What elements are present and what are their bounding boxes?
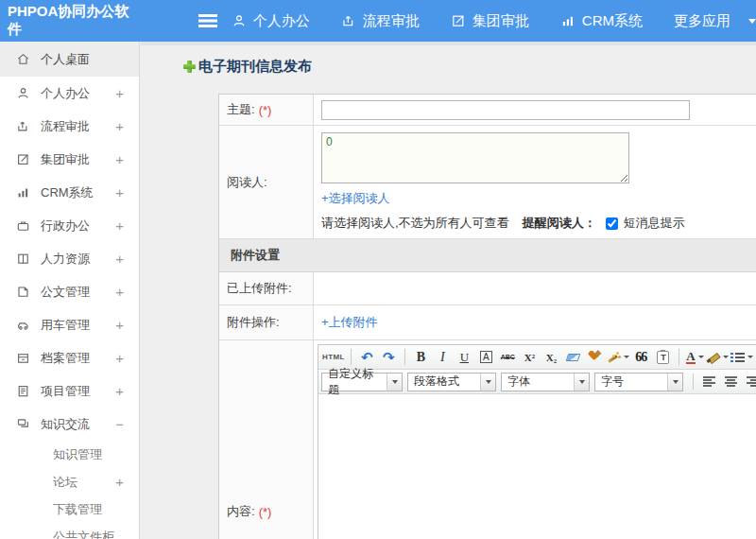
sms-remind-label: 短消息提示	[624, 215, 685, 232]
required-mark: (*)	[259, 505, 272, 519]
green-plus-icon	[183, 61, 196, 73]
custom-title-select[interactable]: 自定义标题	[321, 373, 403, 391]
select-caret-icon	[667, 374, 682, 391]
sidebar-item-1[interactable]: 个人桌面	[0, 42, 139, 77]
nav-item-4[interactable]: CRM系统	[560, 12, 643, 30]
align-center-button[interactable]	[721, 372, 741, 392]
attachment-action-label: 附件操作:	[219, 305, 314, 339]
italic-button[interactable]: I	[433, 347, 453, 368]
sidebar-item-2[interactable]: 个人办公+	[0, 77, 139, 110]
sidebar-item-9[interactable]: 用车管理+	[0, 308, 139, 341]
remind-readers-label: 提醒阅读人：	[523, 215, 596, 232]
upload-attachment-link[interactable]: +上传附件	[321, 314, 378, 331]
expand-plus-icon[interactable]: +	[115, 118, 124, 134]
archive-icon	[16, 351, 31, 366]
top-navigation: 个人办公流程审批集团审批CRM系统更多应用	[232, 12, 756, 30]
select-readers-link[interactable]: +选择阅读人	[321, 190, 390, 207]
expand-plus-icon[interactable]: +	[115, 217, 124, 234]
sidebar-item-8[interactable]: 公文管理+	[0, 275, 139, 308]
readers-hint-line: 请选择阅读人,不选为所有人可查看 提醒阅读人： 短消息提示	[321, 215, 685, 232]
underline-button[interactable]: U	[455, 347, 474, 368]
chart-icon	[560, 13, 576, 28]
brush-icon	[588, 350, 602, 364]
sidebar-item-14[interactable]: 论坛+	[0, 468, 139, 496]
select-caret-icon	[574, 374, 589, 391]
sidebar-item-12[interactable]: 知识交流−	[0, 408, 139, 441]
expand-plus-icon[interactable]: +	[115, 284, 124, 300]
sidebar-item-5[interactable]: CRM系统+	[0, 176, 139, 209]
project-icon	[16, 384, 31, 399]
rich-text-editor: HTML↶↷BIUAABCX²X₂66A 自定义标题段落格式字体字号∞∞	[318, 344, 756, 539]
editor-content-area[interactable]	[318, 394, 756, 539]
chat-icon	[16, 417, 31, 432]
sidebar-item-4[interactable]: 集团审批+	[0, 143, 139, 176]
highlight-icon	[707, 351, 720, 363]
font-family-select[interactable]: 字体	[501, 373, 590, 391]
autotypeset-button[interactable]	[607, 347, 629, 368]
font-style-button[interactable]: A	[476, 347, 496, 368]
expand-plus-icon[interactable]: +	[115, 474, 124, 490]
bold-button[interactable]: B	[411, 347, 431, 368]
expand-plus-icon[interactable]: +	[115, 151, 124, 167]
sidebar-item-10[interactable]: 档案管理+	[0, 341, 139, 374]
subject-input[interactable]	[321, 100, 690, 120]
align-right-button[interactable]	[743, 372, 756, 392]
font-size-select[interactable]: 字号	[594, 373, 683, 391]
format-painter-button[interactable]	[585, 347, 605, 368]
readers-textarea[interactable]: 0	[321, 132, 629, 183]
expand-plus-icon[interactable]: +	[115, 184, 124, 200]
expand-plus-icon[interactable]: +	[115, 251, 124, 267]
collapse-minus-icon[interactable]: −	[115, 416, 124, 432]
select-caret-icon	[480, 374, 495, 391]
required-mark: (*)	[259, 103, 272, 117]
sidebar-item-16[interactable]: 公共文件柜	[0, 523, 139, 539]
dropdown-caret-icon	[723, 356, 729, 358]
nav-item-2[interactable]: 流程审批	[341, 12, 420, 30]
dropdown-caret-icon	[698, 356, 704, 358]
editor-toolbar-row1: HTML↶↷BIUAABCX²X₂66A	[318, 345, 756, 370]
toolbar-separator	[351, 349, 352, 365]
nav-item-5[interactable]: 更多应用	[674, 12, 730, 30]
strikethrough-button[interactable]: ABC	[498, 347, 518, 368]
paste-plain-button[interactable]	[653, 347, 673, 368]
menu-toggle-button[interactable]	[198, 14, 199, 27]
car-icon	[16, 318, 31, 333]
subscript-button[interactable]: X₂	[541, 347, 561, 368]
paragraph-select[interactable]: 段落格式	[407, 373, 496, 391]
expand-plus-icon[interactable]: +	[115, 350, 124, 366]
edit-icon	[16, 152, 31, 167]
readers-label: 阅读人:	[219, 126, 314, 238]
nav-item-3[interactable]: 集团审批	[451, 12, 529, 30]
blockquote-button[interactable]: 66	[631, 347, 651, 368]
editor-toolbar-row2: 自定义标题段落格式字体字号∞∞	[318, 370, 756, 394]
select-caret-icon	[387, 374, 402, 391]
sms-remind-checkbox[interactable]	[606, 217, 618, 230]
more-apps-caret-icon[interactable]	[748, 19, 756, 24]
font-color-button[interactable]: A	[685, 347, 705, 368]
sidebar-item-3[interactable]: 流程审批+	[0, 110, 139, 143]
html-source-button[interactable]: HTML	[322, 347, 345, 368]
eraser-button[interactable]	[563, 347, 583, 368]
undo-button[interactable]: ↶	[357, 347, 377, 368]
readers-hint-text: 请选择阅读人,不选为所有人可查看	[321, 215, 509, 232]
align-left-button[interactable]	[699, 372, 719, 392]
nav-item-1[interactable]: 个人办公	[232, 12, 310, 30]
sidebar-item-15[interactable]: 下载管理	[0, 496, 139, 523]
align-center-icon	[725, 376, 737, 387]
redo-button[interactable]: ↷	[379, 347, 399, 368]
eraser-icon	[566, 354, 581, 361]
highlight-color-button[interactable]	[707, 347, 729, 368]
ordered-list-button[interactable]	[730, 347, 753, 368]
sidebar-item-7[interactable]: 人力资源+	[0, 242, 139, 275]
expand-plus-icon[interactable]: +	[115, 317, 124, 333]
sidebar-item-13[interactable]: 知识管理	[0, 441, 139, 468]
superscript-button[interactable]: X²	[520, 347, 540, 368]
expand-plus-icon[interactable]: +	[115, 383, 124, 399]
expand-plus-icon[interactable]: +	[115, 85, 124, 101]
subject-row: 主题: (*)	[219, 95, 756, 126]
ol-icon	[730, 353, 745, 362]
sidebar-item-11[interactable]: 项目管理+	[0, 374, 139, 408]
doc-icon	[16, 285, 31, 300]
content-row: 内容: (*) HTML↶↷BIUAABCX²X₂66A 自定义标题段落格式字体…	[219, 340, 756, 539]
sidebar-item-6[interactable]: 行政办公+	[0, 209, 139, 242]
